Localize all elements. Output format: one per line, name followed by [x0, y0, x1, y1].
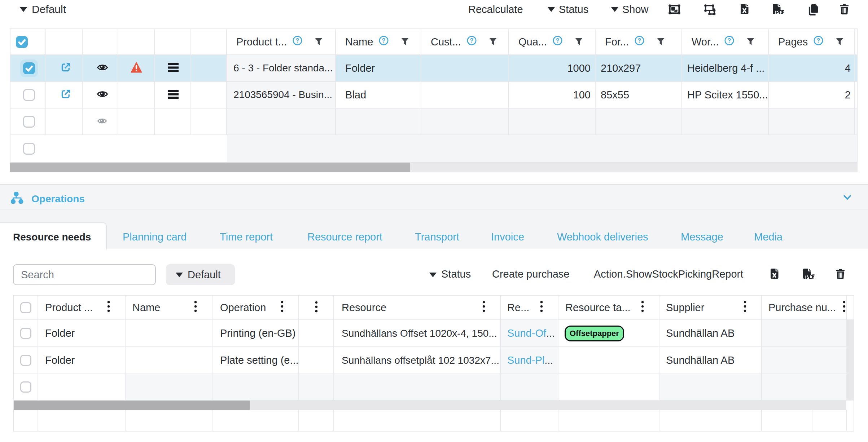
- svg-text:?: ?: [296, 37, 299, 44]
- svg-text:?: ?: [470, 37, 473, 44]
- svg-text:?: ?: [382, 37, 386, 44]
- svg-text:?: ?: [817, 37, 820, 44]
- svg-text:?: ?: [728, 37, 731, 44]
- svg-text:?: ?: [556, 37, 559, 44]
- svg-text:?: ?: [637, 37, 641, 44]
